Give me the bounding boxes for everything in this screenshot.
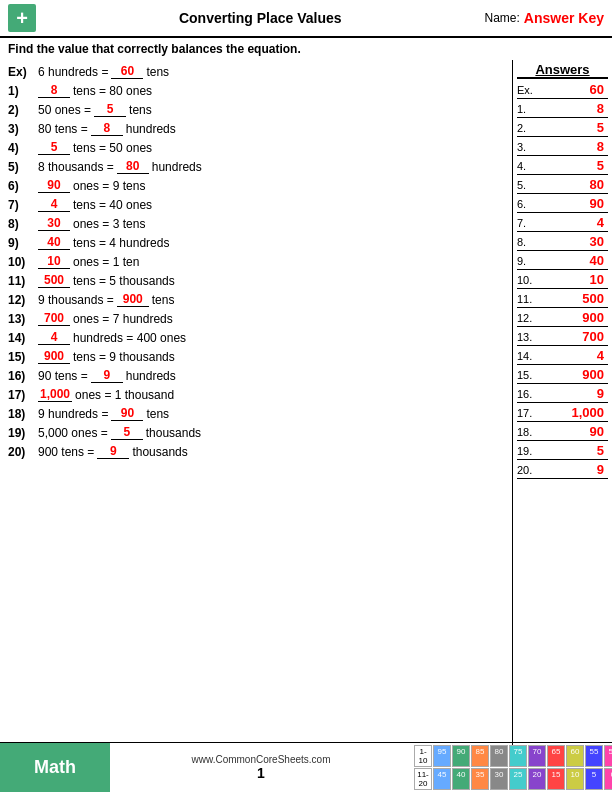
page-title: Converting Place Values — [36, 10, 485, 26]
answer-value-14: 4 — [545, 348, 608, 363]
problem-before-5: 8 thousands = — [38, 160, 114, 174]
problem-text-2: 50 ones =5 tens — [38, 102, 152, 117]
answer-label-8: 8. — [517, 236, 545, 248]
problem-after-6: ones = 9 tens — [73, 179, 145, 193]
problem-after-7: tens = 40 ones — [73, 198, 152, 212]
example-label: Ex) — [8, 65, 38, 79]
problem-label-8: 8) — [8, 217, 38, 231]
problem-after-1: tens = 80 ones — [73, 84, 152, 98]
answer-row-8: 8.30 — [517, 233, 608, 251]
problem-row-3: 3)80 tens =8 hundreds — [8, 119, 504, 138]
problem-answer-15: 900 — [38, 349, 70, 364]
answer-label-0: Ex. — [517, 84, 545, 96]
problem-label-10: 10) — [8, 255, 38, 269]
problem-row-20: 20)900 tens =9 thousands — [8, 442, 504, 461]
problem-before-16: 90 tens = — [38, 369, 88, 383]
problem-row-4: 4)5 tens = 50 ones — [8, 138, 504, 157]
problem-answer-6: 90 — [38, 178, 70, 193]
problem-after-20: thousands — [132, 445, 187, 459]
answer-row-0: Ex.60 — [517, 81, 608, 99]
problem-text-4: 5 tens = 50 ones — [38, 140, 152, 155]
problem-answer-7: 4 — [38, 197, 70, 212]
content-area: Ex) 6 hundreds = 60 tens 1)8 tens = 80 o… — [0, 60, 612, 762]
problem-text-16: 90 tens =9 hundreds — [38, 368, 176, 383]
answer-label-10: 10. — [517, 274, 545, 286]
footer-scores: 1-10 95 90 85 80 75 70 65 60 55 50 11-20… — [412, 743, 612, 792]
score-range-2: 11-20 — [414, 768, 432, 790]
answers-list: Ex.601.82.53.84.55.806.907.48.309.4010.1… — [517, 81, 608, 479]
example-text: 6 hundreds = 60 tens — [38, 64, 169, 79]
score-40: 40 — [452, 768, 470, 790]
problem-text-1: 8 tens = 80 ones — [38, 83, 152, 98]
problem-text-17: 1,000 ones = 1 thousand — [38, 387, 174, 402]
problem-row-8: 8)30 ones = 3 tens — [8, 214, 504, 233]
answer-row-14: 14.4 — [517, 347, 608, 365]
problem-after-8: ones = 3 tens — [73, 217, 145, 231]
problem-row-5: 5)8 thousands =80 hundreds — [8, 157, 504, 176]
problem-before-12: 9 thousands = — [38, 293, 114, 307]
score-65: 65 — [547, 745, 565, 767]
answer-row-1: 1.8 — [517, 100, 608, 118]
problem-label-18: 18) — [8, 407, 38, 421]
answer-label-15: 15. — [517, 369, 545, 381]
problem-answer-4: 5 — [38, 140, 70, 155]
problem-after-15: tens = 9 thousands — [73, 350, 175, 364]
answer-label-19: 19. — [517, 445, 545, 457]
problem-label-3: 3) — [8, 122, 38, 136]
problem-row-18: 18)9 hundreds =90 tens — [8, 404, 504, 423]
example-row: Ex) 6 hundreds = 60 tens — [8, 62, 504, 81]
answer-label-20: 20. — [517, 464, 545, 476]
answer-row-20: 20.9 — [517, 461, 608, 479]
score-70: 70 — [528, 745, 546, 767]
answer-value-13: 700 — [545, 329, 608, 344]
problem-answer-11: 500 — [38, 273, 70, 288]
answer-label-11: 11. — [517, 293, 545, 305]
problem-row-9: 9)40 tens = 4 hundreds — [8, 233, 504, 252]
answer-row-13: 13.700 — [517, 328, 608, 346]
problem-after-12: tens — [152, 293, 175, 307]
score-80: 80 — [490, 745, 508, 767]
problem-label-13: 13) — [8, 312, 38, 326]
problem-text-11: 500 tens = 5 thousands — [38, 273, 175, 288]
problem-label-11: 11) — [8, 274, 38, 288]
answer-key-label: Answer Key — [524, 10, 604, 26]
problem-text-15: 900 tens = 9 thousands — [38, 349, 175, 364]
answer-label-9: 9. — [517, 255, 545, 267]
problem-row-13: 13)700 ones = 7 hundreds — [8, 309, 504, 328]
problem-after-17: ones = 1 thousand — [75, 388, 174, 402]
problem-answer-16: 9 — [91, 368, 123, 383]
answer-value-4: 5 — [545, 158, 608, 173]
problem-label-20: 20) — [8, 445, 38, 459]
problem-row-17: 17)1,000 ones = 1 thousand — [8, 385, 504, 404]
problem-label-5: 5) — [8, 160, 38, 174]
answer-label-5: 5. — [517, 179, 545, 191]
problem-text-12: 9 thousands =900 tens — [38, 292, 174, 307]
problem-row-1: 1)8 tens = 80 ones — [8, 81, 504, 100]
score-75: 75 — [509, 745, 527, 767]
problem-after-19: thousands — [146, 426, 201, 440]
answer-label-7: 7. — [517, 217, 545, 229]
problem-after-2: tens — [129, 103, 152, 117]
answer-value-1: 8 — [545, 101, 608, 116]
problem-text-8: 30 ones = 3 tens — [38, 216, 145, 231]
answer-value-6: 90 — [545, 196, 608, 211]
score-10: 10 — [566, 768, 584, 790]
problem-text-18: 9 hundreds =90 tens — [38, 406, 169, 421]
problem-before-20: 900 tens = — [38, 445, 94, 459]
name-label: Name: — [485, 11, 520, 25]
answer-row-19: 19.5 — [517, 442, 608, 460]
problem-after-18: tens — [146, 407, 169, 421]
footer-center: www.CommonCoreSheets.com 1 — [110, 743, 412, 792]
problems-list: 1)8 tens = 80 ones2)50 ones =5 tens3)80 … — [8, 81, 504, 461]
answer-value-11: 500 — [545, 291, 608, 306]
problem-text-13: 700 ones = 7 hundreds — [38, 311, 173, 326]
answer-value-12: 900 — [545, 310, 608, 325]
problem-after-11: tens = 5 thousands — [73, 274, 175, 288]
problem-before-3: 80 tens = — [38, 122, 88, 136]
problem-row-19: 19)5,000 ones =5 thousands — [8, 423, 504, 442]
answer-row-16: 16.9 — [517, 385, 608, 403]
answer-row-15: 15.900 — [517, 366, 608, 384]
problem-answer-8: 30 — [38, 216, 70, 231]
answer-value-19: 5 — [545, 443, 608, 458]
problem-before-18: 9 hundreds = — [38, 407, 108, 421]
